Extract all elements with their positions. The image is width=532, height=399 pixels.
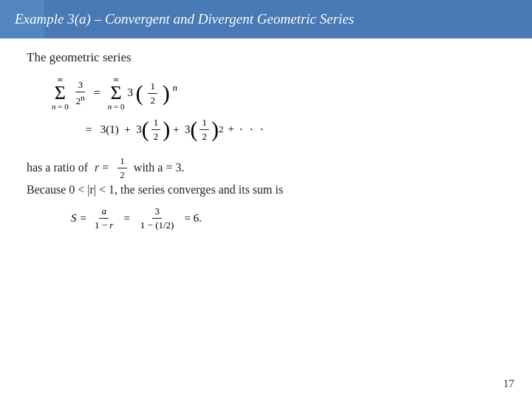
header-bar: Example 3(a) – Convergent and Divergent …	[0, 0, 532, 38]
ratio-line: has a ratio of r = 1 2 with a = 3.	[27, 155, 505, 180]
fraction-1-over-2: 1 2	[148, 81, 157, 106]
section-label: The geometric series	[27, 50, 505, 65]
fraction-r-value: 1 2	[117, 155, 127, 180]
expanded-series-row: = 3(1) + 3 ( 1 2 ) + 3 ( 1 2 ) 2 + · · ·	[49, 117, 505, 142]
has-ratio-text: has a ratio of	[27, 161, 88, 174]
slide: Example 3(a) – Convergent and Divergent …	[0, 0, 532, 399]
fraction-1-2-inline: 1 2	[151, 117, 161, 142]
sigma-left: ∞ Σ n = 0	[52, 75, 69, 111]
s-formula-fraction: a 1 − r	[92, 205, 115, 231]
with-a-text: with a = 3.	[134, 161, 185, 174]
convergence-line: Because 0 < |r| < 1, the series converge…	[27, 183, 505, 197]
fraction-1-2-inline2: 1 2	[200, 117, 209, 142]
fraction-3-over-2n: 3 2n	[74, 79, 87, 107]
sum-result: = 6.	[184, 212, 201, 225]
sigma-right: ∞ Σ n = 0	[108, 75, 125, 111]
s-value-fraction: 3 1 − (1/2)	[138, 205, 177, 231]
s-formula-row: S = a 1 − r = 3 1 − (1/2) = 6.	[71, 205, 505, 231]
content-area: The geometric series ∞ Σ n = 0 3 2n = ∞ …	[27, 50, 505, 369]
sum-formula-row1: ∞ Σ n = 0 3 2n = ∞ Σ n = 0 3 ( 1	[49, 75, 505, 111]
page-number: 17	[503, 378, 514, 390]
slide-title: Example 3(a) – Convergent and Divergent …	[15, 11, 354, 27]
